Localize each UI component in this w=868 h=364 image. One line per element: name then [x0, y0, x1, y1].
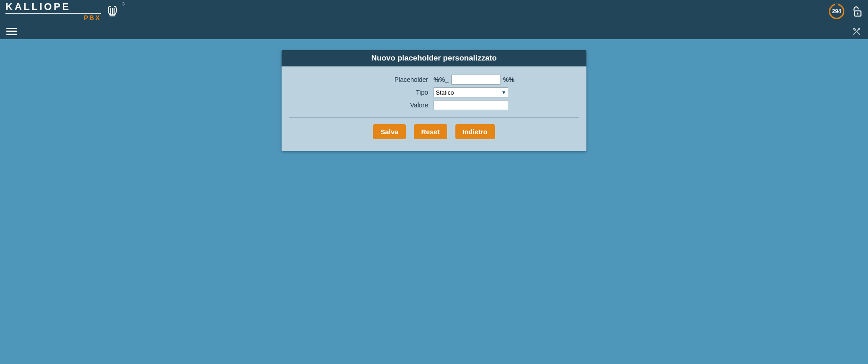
tipo-control: Statico ▼: [434, 87, 508, 97]
logo-main-text: KALLIOPE: [5, 2, 101, 12]
row-tipo: Tipo Statico ▼: [288, 87, 580, 97]
row-placeholder: Placeholder %%_ %%: [288, 75, 580, 85]
app-subheader: [0, 23, 868, 39]
session-counter[interactable]: 294: [829, 4, 844, 19]
app-logo: KALLIOPE PBX ®: [5, 2, 125, 21]
tools-icon[interactable]: [852, 26, 862, 36]
unlock-icon[interactable]: [850, 5, 863, 18]
reset-button[interactable]: Reset: [414, 124, 447, 139]
form-panel: Nuovo placeholder personalizzato Placeho…: [282, 50, 586, 151]
valore-label: Valore: [288, 101, 434, 109]
valore-input[interactable]: [434, 100, 508, 110]
placeholder-suffix: %%: [503, 76, 515, 83]
tipo-select[interactable]: Statico: [434, 87, 508, 97]
logo-text: KALLIOPE PBX: [5, 2, 101, 21]
content-area: Nuovo placeholder personalizzato Placeho…: [0, 39, 868, 151]
valore-control: [434, 100, 508, 110]
back-button[interactable]: Indietro: [455, 124, 495, 139]
placeholder-label: Placeholder: [288, 76, 434, 83]
panel-body: Placeholder %%_ %% Tipo Statico ▼: [282, 66, 586, 151]
svg-rect-4: [6, 30, 17, 32]
placeholder-control: %%_ %%: [434, 75, 515, 85]
divider: [289, 117, 579, 118]
lyre-icon: [106, 5, 119, 18]
header-right: 294: [829, 4, 863, 19]
hamburger-menu-icon[interactable]: [6, 27, 17, 36]
svg-rect-3: [6, 28, 17, 29]
placeholder-prefix: %%_: [434, 76, 449, 83]
tipo-select-wrap: Statico ▼: [434, 87, 508, 97]
svg-rect-2: [858, 14, 858, 15]
app-header: KALLIOPE PBX ® 294: [0, 0, 868, 23]
panel-title: Nuovo placeholder personalizzato: [282, 50, 586, 66]
panel-actions: Salva Reset Indietro: [288, 124, 580, 147]
logo-underline: [5, 13, 101, 14]
tipo-label: Tipo: [288, 89, 434, 96]
placeholder-input[interactable]: [451, 75, 500, 85]
row-valore: Valore: [288, 100, 580, 110]
logo-sub-text: PBX: [84, 15, 101, 21]
svg-rect-5: [6, 34, 17, 35]
counter-value: 294: [832, 8, 841, 15]
save-button[interactable]: Salva: [373, 124, 405, 139]
registered-mark: ®: [122, 2, 125, 6]
